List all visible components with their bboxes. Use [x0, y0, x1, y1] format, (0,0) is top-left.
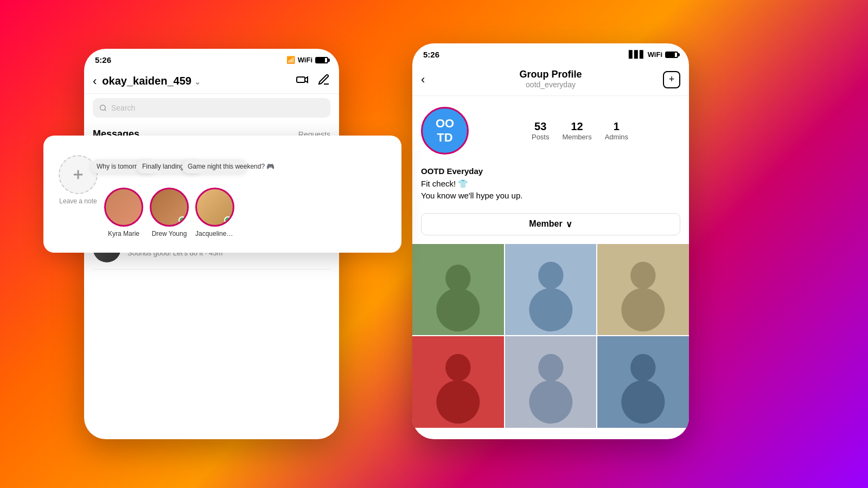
- svg-point-17: [622, 288, 665, 331]
- stories-row: Leave a note Why is tomorrow Monday!? 😩 …: [54, 146, 391, 242]
- members-count: 12: [562, 120, 591, 133]
- svg-marker-1: [305, 77, 308, 82]
- svg-point-19: [445, 354, 470, 382]
- story-item-jacqueline[interactable]: Game night this weekend? 🎮 Jacqueline La…: [195, 188, 234, 237]
- story-name-drew: Drew Young: [150, 230, 189, 237]
- svg-rect-0: [297, 77, 305, 82]
- left-time: 5:26: [95, 55, 111, 65]
- left-back-button[interactable]: ‹: [93, 74, 97, 88]
- right-status-icons: ▋▋▋ WiFi: [629, 50, 678, 59]
- chevron-down-icon: ∨: [566, 219, 572, 229]
- story-name-jacqueline: Jacqueline Lam: [195, 230, 234, 237]
- bio-line1: Fit check! 👕: [421, 178, 680, 190]
- svg-point-22: [538, 354, 563, 382]
- search-placeholder: Search: [111, 104, 135, 112]
- photo-cell[interactable]: [505, 336, 597, 428]
- story-name: Leave a note: [59, 197, 98, 205]
- story-item-kyra[interactable]: Why is tomorrow Monday!? 😩 Kyra Marie: [104, 188, 143, 237]
- svg-point-13: [538, 261, 563, 289]
- right-time: 5:26: [423, 50, 439, 59]
- photo-6: [597, 336, 689, 428]
- svg-point-16: [630, 261, 655, 289]
- battery-icon: [665, 52, 678, 58]
- left-nav-bar: ‹ okay_kaiden_459 ⌄: [84, 69, 339, 94]
- stat-admins: 1 Admins: [605, 120, 628, 141]
- photo-2: [505, 244, 597, 336]
- svg-point-11: [436, 288, 480, 331]
- group-stats: 53 Posts 12 Members 1 Admins: [480, 120, 680, 141]
- svg-point-10: [445, 264, 470, 292]
- admins-count: 1: [605, 120, 628, 133]
- svg-point-14: [529, 288, 572, 331]
- online-indicator-drew: [178, 216, 186, 224]
- story-name-kyra: Kyra Marie: [104, 230, 143, 237]
- svg-point-26: [622, 380, 665, 423]
- photo-grid: [412, 244, 689, 428]
- group-bio: OOTD Everyday Fit check! 👕 You know we'l…: [412, 165, 689, 209]
- story-item-drew[interactable]: Finally landing in NYC! ❤️ Drew Young: [150, 188, 189, 237]
- group-back-button[interactable]: ‹: [421, 73, 425, 87]
- battery-icon: [315, 57, 328, 63]
- member-button[interactable]: Member ∨: [421, 213, 680, 235]
- svg-point-20: [436, 380, 480, 423]
- stat-members: 12 Members: [562, 120, 591, 141]
- member-button-label: Member: [529, 219, 562, 229]
- add-story-avatar[interactable]: [59, 155, 98, 194]
- note-bubble-jacqueline: Game night this weekend? 🎮: [182, 159, 247, 174]
- story-avatar-drew: [150, 188, 189, 227]
- stories-card: Leave a note Why is tomorrow Monday!? 😩 …: [43, 136, 401, 253]
- group-profile-header: ‹ Group Profile ootd_everyday +: [412, 63, 689, 96]
- video-call-icon[interactable]: [296, 73, 309, 89]
- left-nav-title: okay_kaiden_459 ⌄: [102, 75, 296, 87]
- photo-4: [412, 336, 504, 428]
- posts-label: Posts: [532, 133, 550, 141]
- right-status-bar: 5:26 ▋▋▋ WiFi: [412, 43, 689, 63]
- photo-cell[interactable]: [597, 244, 689, 336]
- story-avatar-jacqueline: [195, 188, 234, 227]
- left-status-bar: 5:26 📶 WiFi: [84, 49, 339, 69]
- photo-cell[interactable]: [412, 336, 504, 428]
- photo-5: [505, 336, 597, 428]
- group-avatar: OOTD: [421, 107, 469, 155]
- group-avatar-text: OOTD: [436, 117, 454, 145]
- group-profile-subtitle: ootd_everyday: [421, 80, 680, 89]
- online-indicator-jacqueline: [224, 216, 232, 224]
- compose-icon[interactable]: [317, 73, 330, 89]
- left-status-icons: 📶 WiFi: [286, 56, 328, 64]
- group-info-row: OOTD 53 Posts 12 Members 1 Admins: [412, 96, 689, 165]
- photo-1: [412, 244, 504, 336]
- members-label: Members: [562, 133, 591, 141]
- group-profile-title: Group Profile: [421, 69, 680, 80]
- group-name: OOTD Everyday: [421, 165, 680, 178]
- signal-icon: ▋▋▋: [629, 50, 645, 59]
- search-bar[interactable]: Search: [93, 98, 330, 118]
- posts-count: 53: [532, 120, 550, 133]
- photo-cell[interactable]: [505, 244, 597, 336]
- svg-line-3: [105, 110, 106, 111]
- photo-cell[interactable]: [412, 244, 504, 336]
- right-phone: 5:26 ▋▋▋ WiFi ‹ Group Profile ootd_every…: [412, 43, 689, 439]
- story-avatar-kyra: [104, 188, 143, 227]
- wifi-icon: WiFi: [648, 50, 662, 59]
- nav-action-icons: [296, 73, 330, 89]
- svg-point-25: [630, 354, 655, 382]
- admins-label: Admins: [605, 133, 628, 141]
- photo-cell[interactable]: [597, 336, 689, 428]
- signal-icon: 📶: [286, 56, 295, 64]
- wifi-icon: WiFi: [298, 56, 312, 64]
- svg-point-23: [529, 380, 572, 423]
- svg-point-2: [100, 105, 105, 110]
- bio-line2: You know we'll hype you up.: [421, 190, 680, 202]
- photo-3: [597, 244, 689, 336]
- group-add-button[interactable]: +: [663, 71, 680, 88]
- stat-posts: 53 Posts: [532, 120, 550, 141]
- nav-chevron-icon: ⌄: [194, 78, 201, 86]
- nav-username: okay_kaiden_459: [102, 75, 192, 87]
